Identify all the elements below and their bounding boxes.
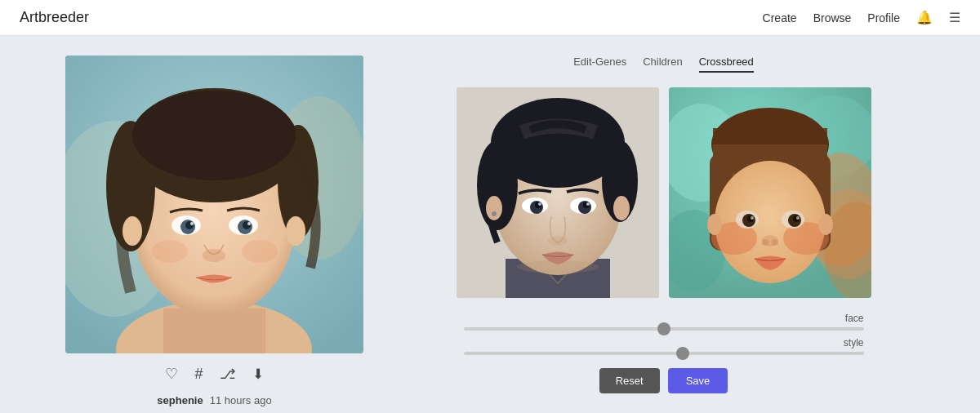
left-panel: ♡ # ⎇ ⬇ sephenie 11 hours ago (65, 56, 363, 406)
reset-button[interactable]: Reset (599, 368, 660, 393)
style-slider-row: style (464, 337, 864, 355)
image-meta: sephenie 11 hours ago (157, 394, 271, 406)
nav-create[interactable]: Create (763, 11, 797, 24)
main-portrait-image[interactable] (65, 56, 363, 353)
right-panel: Edit-Genes Children Crossbreed (412, 56, 915, 393)
sliders-section: face style (456, 313, 872, 355)
nav-profile[interactable]: Profile (867, 11, 900, 24)
notification-icon[interactable]: 🔔 (916, 10, 933, 25)
svg-point-23 (286, 216, 305, 246)
style-slider[interactable] (464, 352, 864, 355)
face-slider-container (464, 327, 864, 331)
tab-bar: Edit-Genes Children Crossbreed (573, 56, 754, 73)
style-portrait-svg (669, 87, 871, 298)
app-logo: Artbreeder (20, 9, 89, 26)
svg-point-19 (203, 249, 225, 262)
author-name[interactable]: sephenie (157, 394, 203, 406)
svg-point-22 (122, 216, 142, 246)
main-content: ♡ # ⎇ ⬇ sephenie 11 hours ago Edit-Genes… (0, 36, 980, 413)
main-nav: Create Browse Profile 🔔 ☰ (763, 10, 960, 25)
action-buttons: Reset Save (412, 368, 915, 393)
svg-point-34 (492, 211, 497, 216)
save-button[interactable]: Save (668, 368, 728, 393)
svg-point-33 (613, 196, 630, 220)
face-slider[interactable] (464, 327, 864, 331)
tag-icon[interactable]: # (194, 366, 203, 383)
image-timestamp: 11 hours ago (210, 394, 272, 406)
svg-point-73 (818, 214, 833, 235)
menu-icon[interactable]: ☰ (949, 10, 960, 25)
tab-children[interactable]: Children (643, 56, 682, 73)
svg-point-42 (586, 202, 590, 206)
like-icon[interactable]: ♡ (165, 365, 178, 383)
crossbreed-face-image[interactable] (457, 87, 659, 298)
svg-point-18 (247, 222, 251, 225)
tab-edit-genes[interactable]: Edit-Genes (573, 56, 626, 73)
style-slider-container (464, 352, 864, 355)
svg-point-32 (486, 196, 502, 220)
svg-point-72 (707, 214, 722, 235)
header: Artbreeder Create Browse Profile 🔔 ☰ (0, 0, 980, 36)
download-icon[interactable]: ⬇ (252, 366, 264, 383)
svg-point-41 (538, 202, 541, 206)
nav-browse[interactable]: Browse (813, 11, 852, 24)
face-portrait-svg (457, 87, 659, 298)
svg-point-21 (242, 240, 278, 263)
svg-point-43 (548, 236, 568, 246)
svg-point-20 (152, 240, 188, 263)
svg-point-10 (132, 91, 296, 180)
svg-point-44 (517, 260, 599, 273)
svg-point-71 (772, 239, 778, 246)
crossbreed-images-row (457, 87, 871, 298)
face-slider-row: face (464, 313, 864, 331)
tab-crossbreed[interactable]: Crossbreed (699, 56, 754, 73)
svg-point-70 (762, 239, 768, 246)
image-actions: ♡ # ⎇ ⬇ (165, 365, 263, 383)
tree-icon[interactable]: ⎇ (220, 366, 236, 383)
portrait-svg (65, 56, 363, 353)
crossbreed-style-image[interactable] (669, 87, 871, 298)
svg-point-17 (190, 222, 194, 225)
svg-point-68 (796, 216, 800, 220)
svg-point-67 (751, 216, 754, 220)
